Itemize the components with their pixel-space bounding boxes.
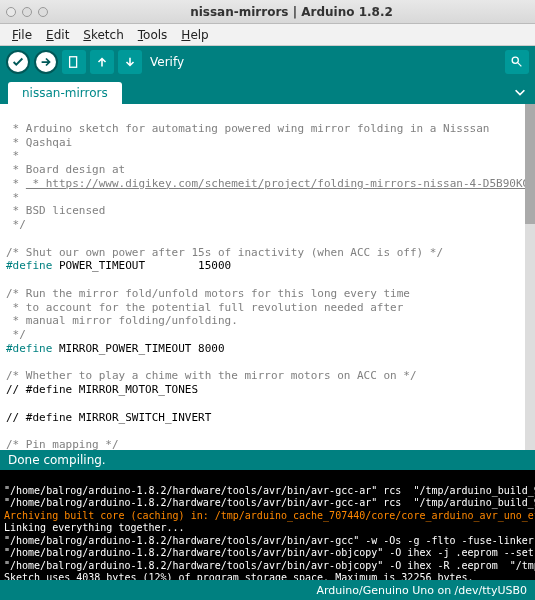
code-line: /* Whether to play a chime with the mirr…: [6, 369, 417, 382]
console-line: Archiving built core (caching) in: /tmp/…: [4, 510, 535, 521]
editor-scroll-thumb[interactable]: [525, 104, 535, 224]
upload-button[interactable]: [34, 50, 58, 74]
code-editor[interactable]: * Arduino sketch for automating powered …: [0, 104, 535, 450]
tab-menu-icon[interactable]: [513, 85, 527, 99]
code-line: #define POWER_TIMEOUT 15000: [6, 259, 231, 272]
serial-monitor-icon: [510, 55, 524, 69]
status-bar: Done compiling.: [0, 450, 535, 470]
arrow-right-icon: [39, 55, 53, 69]
code-line: * Board design at: [6, 163, 125, 176]
window-maximize-button[interactable]: [38, 7, 48, 17]
new-button[interactable]: [62, 50, 86, 74]
window-titlebar: nissan-mirrors | Arduino 1.8.2: [0, 0, 535, 24]
console-line: Sketch uses 4038 bytes (12%) of program …: [4, 572, 474, 580]
status-text: Done compiling.: [8, 453, 106, 467]
check-icon: [11, 55, 25, 69]
svg-rect-0: [70, 57, 77, 68]
window-title: nissan-mirrors | Arduino 1.8.2: [54, 5, 529, 19]
menu-help[interactable]: Help: [175, 26, 214, 44]
editor-scrollbar[interactable]: [525, 104, 535, 450]
window-close-button[interactable]: [6, 7, 16, 17]
footer-bar: Arduino/Genuino Uno on /dev/ttyUSB0: [0, 580, 535, 600]
console-output[interactable]: "/home/balrog/arduino-1.8.2/hardware/too…: [0, 470, 535, 580]
code-line: /* Run the mirror fold/unfold motors for…: [6, 287, 410, 300]
code-line: #define MIRROR_POWER_TIMEOUT 8000: [6, 342, 225, 355]
console-line: "/home/balrog/arduino-1.8.2/hardware/too…: [4, 560, 535, 571]
code-line: *: [6, 191, 19, 204]
file-icon: [67, 55, 81, 69]
verify-button[interactable]: [6, 50, 30, 74]
save-button[interactable]: [118, 50, 142, 74]
console-line: "/home/balrog/arduino-1.8.2/hardware/too…: [4, 547, 535, 558]
code-line: *: [6, 149, 19, 162]
console-line: Linking everything together...: [4, 522, 185, 533]
svg-point-1: [512, 57, 518, 63]
serial-monitor-button[interactable]: [505, 50, 529, 74]
console-line: "/home/balrog/arduino-1.8.2/hardware/too…: [4, 497, 535, 508]
code-line: // #define MIRROR_MOTOR_TONES: [6, 383, 198, 396]
code-line: * manual mirror folding/unfolding.: [6, 314, 238, 327]
menu-file[interactable]: File: [6, 26, 38, 44]
board-port-text: Arduino/Genuino Uno on /dev/ttyUSB0: [316, 584, 527, 597]
code-line: */: [6, 218, 26, 231]
toolbar: Verify: [0, 46, 535, 78]
code-line: * * https://www.digikey.com/schemeit/pro…: [6, 177, 535, 190]
window-minimize-button[interactable]: [22, 7, 32, 17]
code-line: * Qashqai: [6, 136, 72, 149]
menu-tools[interactable]: Tools: [132, 26, 174, 44]
menu-sketch[interactable]: Sketch: [77, 26, 129, 44]
menu-edit[interactable]: Edit: [40, 26, 75, 44]
code-line: * Arduino sketch for automating powered …: [6, 122, 489, 135]
code-line: */: [6, 328, 26, 341]
code-line: /* Pin mapping */: [6, 438, 119, 450]
console-line: "/home/balrog/arduino-1.8.2/hardware/too…: [4, 485, 535, 496]
code-line: * to account for the potential full revo…: [6, 301, 403, 314]
tab-active[interactable]: nissan-mirrors: [8, 82, 122, 104]
console-line: "/home/balrog/arduino-1.8.2/hardware/too…: [4, 535, 535, 546]
toolbar-action-label: Verify: [150, 55, 184, 69]
code-line: /* Shut our own power after 15s of inact…: [6, 246, 443, 259]
arrow-up-icon: [95, 55, 109, 69]
code-line: // #define MIRROR_SWITCH_INVERT: [6, 411, 211, 424]
open-button[interactable]: [90, 50, 114, 74]
arrow-down-icon: [123, 55, 137, 69]
code-line: * BSD licensed: [6, 204, 105, 217]
menu-bar: File Edit Sketch Tools Help: [0, 24, 535, 46]
tab-bar: nissan-mirrors: [0, 78, 535, 104]
